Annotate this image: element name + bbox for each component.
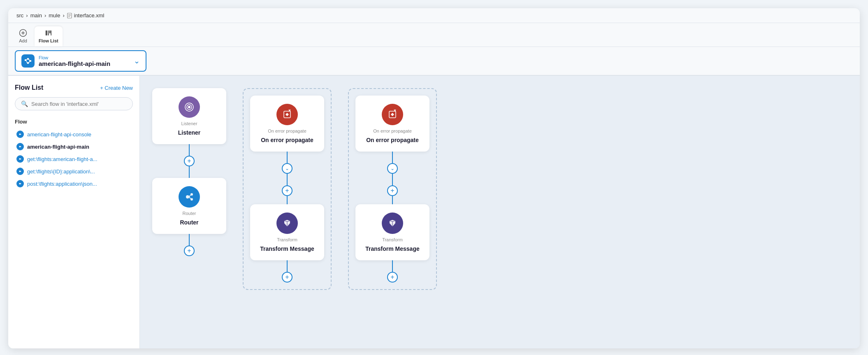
flow-selector-label: Flow (39, 55, 130, 60)
svg-point-22 (186, 195, 189, 199)
router-node[interactable]: Router Router (152, 178, 226, 234)
transform-sublabel-1: Transform (277, 237, 297, 242)
flow-selector-bar: Flow american-flight-api-main ⌄ (8, 47, 860, 76)
connector-1: + (184, 144, 195, 178)
router-icon (179, 186, 200, 208)
flow-item-icon (16, 131, 24, 138)
sidebar-title: Flow List (15, 84, 43, 91)
connector-bottom-2: + (387, 260, 398, 283)
error-propagate-sublabel-2: On error propagate (373, 128, 412, 133)
canvas: Listener Listener + (140, 76, 860, 348)
router-label: Router (180, 219, 198, 226)
add-between-button-2[interactable]: + (282, 185, 292, 196)
svg-line-18 (29, 61, 30, 63)
add-below-button[interactable]: + (184, 245, 195, 256)
breadcrumb-file: interface.xml (67, 12, 104, 19)
flow-item[interactable]: american-flight-api-main (15, 140, 133, 153)
breadcrumb: src › main › mule › interface.xml (8, 8, 860, 23)
svg-point-24 (190, 198, 193, 201)
error-propagate-sublabel-1: On error propagate (268, 128, 306, 133)
svg-rect-9 (49, 30, 51, 33)
transform-node-2[interactable]: Transform Transform Message (355, 204, 429, 260)
connector-line (189, 144, 190, 156)
add-icon (19, 29, 27, 37)
flow-item-name: get:\flights\{ID}:application\... (27, 168, 95, 175)
flow-item[interactable]: post:\flights:application\json... (15, 178, 133, 190)
connector-line (392, 260, 393, 272)
create-new-button[interactable]: + Create New (100, 85, 133, 91)
flow-list-icon (44, 29, 53, 37)
add-between-button-1[interactable]: + (184, 156, 195, 166)
main-flow-column: Listener Listener + (152, 88, 226, 256)
add-button[interactable]: Add (15, 26, 31, 47)
svg-rect-12 (27, 58, 29, 60)
breadcrumb-filename: interface.xml (74, 12, 104, 19)
error-container-2: On error propagate On error propagate ⌄ … (348, 88, 437, 290)
connector-line (287, 152, 288, 163)
connector-bottom-1: + (282, 260, 292, 283)
svg-line-25 (189, 195, 190, 197)
add-bottom-button-1[interactable]: + (282, 272, 292, 283)
flow-item-name: get:\flights:american-flight-a... (27, 156, 97, 162)
connector-line (392, 196, 393, 204)
transform-icon-1 (276, 213, 298, 234)
sidebar: Flow List + Create New 🔍 Flow american-f… (8, 76, 140, 348)
flow-item-icon (16, 180, 24, 187)
svg-line-26 (189, 197, 190, 199)
listener-label: Listener (178, 129, 200, 136)
svg-rect-14 (30, 60, 31, 62)
connector-line (392, 152, 393, 163)
flow-item-icon (16, 155, 24, 163)
file-icon (67, 13, 72, 19)
svg-line-17 (29, 59, 30, 61)
connector-expand-2: ⌄ (387, 152, 398, 185)
error-container-1: On error propagate On error propagate ⌄ … (243, 88, 332, 290)
add-bottom-button-2[interactable]: + (387, 272, 398, 283)
search-box[interactable]: 🔍 (15, 97, 133, 110)
expand-button-2[interactable]: ⌄ (387, 163, 398, 174)
error-propagate-label-2: On error propagate (366, 137, 419, 143)
flow-item-name: american-flight-api-console (27, 131, 91, 138)
error-propagate-node-1[interactable]: On error propagate On error propagate (250, 96, 324, 152)
flow-selector-text: Flow american-flight-api-main (39, 55, 130, 67)
flow-list-button[interactable]: Flow List (35, 26, 63, 47)
flow-selector-dropdown[interactable]: Flow american-flight-api-main ⌄ (15, 50, 146, 72)
svg-rect-10 (51, 30, 51, 35)
listener-sublabel: Listener (181, 121, 197, 126)
transform-sublabel-2: Transform (382, 237, 403, 242)
listener-node[interactable]: Listener Listener (152, 88, 226, 144)
chevron-down-icon: ⌄ (134, 56, 140, 65)
listener-icon (179, 96, 200, 118)
svg-rect-8 (48, 30, 49, 35)
app-container: src › main › mule › interface.xml Add (8, 8, 860, 348)
expand-button-1[interactable]: ⌄ (282, 163, 292, 174)
flow-section-label: Flow (15, 119, 133, 125)
svg-line-16 (26, 61, 27, 63)
flow-item[interactable]: get:\flights:american-flight-a... (15, 153, 133, 165)
main-layout: Flow List + Create New 🔍 Flow american-f… (8, 76, 860, 348)
transform-node-1[interactable]: Transform Transform Message (250, 204, 324, 260)
sidebar-header: Flow List + Create New (15, 84, 133, 91)
error-icon-2 (382, 104, 403, 125)
connector-line (392, 174, 393, 185)
add-between-button-3[interactable]: + (387, 185, 398, 196)
flow-item[interactable]: get:\flights\{ID}:application\... (15, 165, 133, 178)
svg-rect-7 (46, 30, 47, 35)
error-propagate-node-2[interactable]: On error propagate On error propagate (355, 96, 429, 152)
error-icon-1 (276, 104, 298, 125)
svg-line-15 (26, 59, 27, 60)
error-column-2: On error propagate On error propagate ⌄ … (348, 88, 437, 290)
svg-rect-13 (27, 62, 29, 64)
flow-item-icon (16, 168, 24, 175)
breadcrumb-src: src (16, 12, 23, 19)
flow-item[interactable]: american-flight-api-console (15, 128, 133, 140)
connector-expand-1: ⌄ (282, 152, 292, 185)
svg-rect-11 (25, 59, 26, 61)
flow-selector-icon (21, 54, 35, 68)
flow-item-name: american-flight-api-main (27, 144, 89, 150)
flow-icon (24, 57, 32, 65)
error-propagate-label-1: On error propagate (261, 137, 313, 143)
flow-columns: Listener Listener + (152, 88, 847, 290)
connector-line (287, 196, 288, 204)
search-input[interactable] (31, 101, 127, 107)
